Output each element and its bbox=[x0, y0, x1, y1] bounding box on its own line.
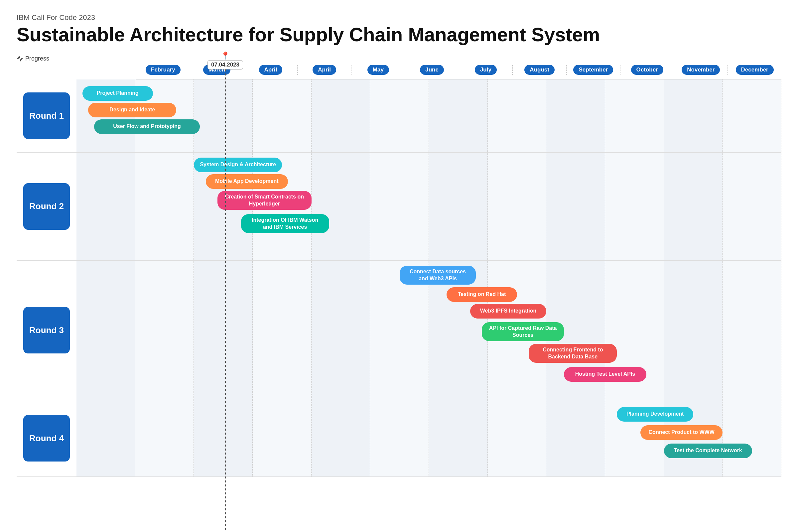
month-badge-august-7: August bbox=[524, 65, 555, 75]
current-date-pin: 📍 bbox=[221, 52, 230, 59]
gantt-cell-1-8 bbox=[546, 153, 605, 260]
gantt-cell-0-6 bbox=[429, 79, 488, 152]
gantt-cell-3-4 bbox=[311, 400, 370, 476]
gantt-cell-0-9 bbox=[605, 79, 664, 152]
task-bar-2-5: Hosting Test Level APIs bbox=[564, 367, 646, 382]
gantt-cell-1-7 bbox=[488, 153, 547, 260]
gantt-cell-3-8 bbox=[546, 400, 605, 476]
gantt-cell-1-9 bbox=[605, 153, 664, 260]
gantt-cell-3-5 bbox=[370, 400, 429, 476]
gantt-grid: Round 1Project PlanningDesign and Ideate… bbox=[17, 79, 781, 477]
gantt-cell-2-1 bbox=[135, 261, 194, 400]
gantt-cell-2-4 bbox=[311, 261, 370, 400]
task-bar-2-1: Testing on Red Hat bbox=[446, 287, 517, 302]
round-box-3: Round 4 bbox=[23, 415, 70, 461]
current-date-line bbox=[225, 70, 226, 532]
round-box-2: Round 3 bbox=[23, 307, 70, 354]
round-label-2: Round 3 bbox=[17, 261, 76, 400]
task-bar-3-1: Connect Product to WWW bbox=[640, 425, 723, 440]
task-bar-0-0: Project Planning bbox=[82, 86, 153, 101]
page-subtitle: IBM Call For Code 2023 bbox=[17, 13, 781, 22]
gantt-cell-0-10 bbox=[664, 79, 723, 152]
gantt-cell-0-4 bbox=[311, 79, 370, 152]
gantt-row-round-1: Round 1Project PlanningDesign and Ideate… bbox=[17, 79, 781, 153]
month-badge-october-9: October bbox=[631, 65, 663, 75]
gantt-cell-0-8 bbox=[546, 79, 605, 152]
gantt-row-round-3: Round 3Connect Data sources and Web3 API… bbox=[17, 261, 781, 400]
task-bar-3-0: Planning Development bbox=[617, 407, 693, 422]
month-badge-november-10: November bbox=[682, 65, 720, 75]
page-title: Sustainable Architecture for Supply Chai… bbox=[17, 24, 781, 45]
gantt-cells-0: Project PlanningDesign and IdeateUser Fl… bbox=[76, 79, 781, 152]
progress-label: Progress bbox=[17, 55, 781, 62]
task-bar-3-2: Test the Complete Network bbox=[664, 443, 752, 458]
gantt-row-round-2: Round 2System Design & ArchitectureMobil… bbox=[17, 153, 781, 261]
month-badge-february-0: February bbox=[146, 65, 180, 75]
gantt-cell-1-4 bbox=[311, 153, 370, 260]
month-badge-september-8: September bbox=[573, 65, 613, 75]
gantt-cell-0-7 bbox=[488, 79, 547, 152]
task-bar-2-3: API for Captured Raw Data Sources bbox=[482, 322, 564, 341]
gantt-cells-3: Planning DevelopmentConnect Product to W… bbox=[76, 400, 781, 476]
month-badge-december-11: December bbox=[736, 65, 774, 75]
month-badge-june-5: June bbox=[420, 65, 444, 75]
gantt-cell-0-3 bbox=[253, 79, 311, 152]
task-bar-2-2: Web3 IPFS Integration bbox=[470, 304, 547, 319]
round-box-1: Round 2 bbox=[23, 183, 70, 230]
gantt-cell-3-11 bbox=[723, 400, 781, 476]
gantt-cell-3-3 bbox=[253, 400, 311, 476]
gantt-cells-1: System Design & ArchitectureMobile App D… bbox=[76, 153, 781, 260]
gantt-cell-2-0 bbox=[76, 261, 135, 400]
gantt-cell-1-5 bbox=[370, 153, 429, 260]
month-badge-may-4: May bbox=[367, 65, 389, 75]
gantt-cell-1-6 bbox=[429, 153, 488, 260]
task-bar-0-1: Design and Ideate bbox=[88, 103, 176, 117]
gantt-cell-3-0 bbox=[76, 400, 135, 476]
round-label-0: Round 1 bbox=[17, 79, 76, 152]
task-bar-0-2: User Flow and Prototyping bbox=[94, 119, 200, 134]
month-badge-april-2: April bbox=[259, 65, 283, 75]
gantt-cell-0-5 bbox=[370, 79, 429, 152]
chart-area: Progress 📍 07.04.2023 FebruaryMarchApril… bbox=[17, 55, 781, 477]
round-box-0: Round 1 bbox=[23, 92, 70, 139]
gantt-cell-3-7 bbox=[488, 400, 547, 476]
gantt-cell-1-1 bbox=[135, 153, 194, 260]
current-date-label: 07.04.2023 bbox=[208, 60, 243, 70]
gantt-cell-1-0 bbox=[76, 153, 135, 260]
gantt-cell-1-11 bbox=[723, 153, 781, 260]
gantt-row-round-4: Round 4Planning DevelopmentConnect Produ… bbox=[17, 400, 781, 477]
round-label-3: Round 4 bbox=[17, 400, 76, 476]
gantt-cell-2-3 bbox=[253, 261, 311, 400]
gantt-cell-0-11 bbox=[723, 79, 781, 152]
task-bar-1-3: Integration Of IBM Watson and IBM Servic… bbox=[241, 214, 329, 233]
task-bar-2-4: Connecting Frontend to Backend Data Base bbox=[529, 344, 617, 363]
month-badge-april-3: April bbox=[312, 65, 336, 75]
gantt-cell-2-11 bbox=[723, 261, 781, 400]
gantt-cell-2-10 bbox=[664, 261, 723, 400]
gantt-cells-2: Connect Data sources and Web3 APIsTestin… bbox=[76, 261, 781, 400]
gantt-cell-3-1 bbox=[135, 400, 194, 476]
month-badge-july-6: July bbox=[475, 65, 497, 75]
task-bar-2-0: Connect Data sources and Web3 APIs bbox=[400, 266, 476, 285]
gantt-cell-1-10 bbox=[664, 153, 723, 260]
round-label-1: Round 2 bbox=[17, 153, 76, 260]
gantt-cell-3-6 bbox=[429, 400, 488, 476]
